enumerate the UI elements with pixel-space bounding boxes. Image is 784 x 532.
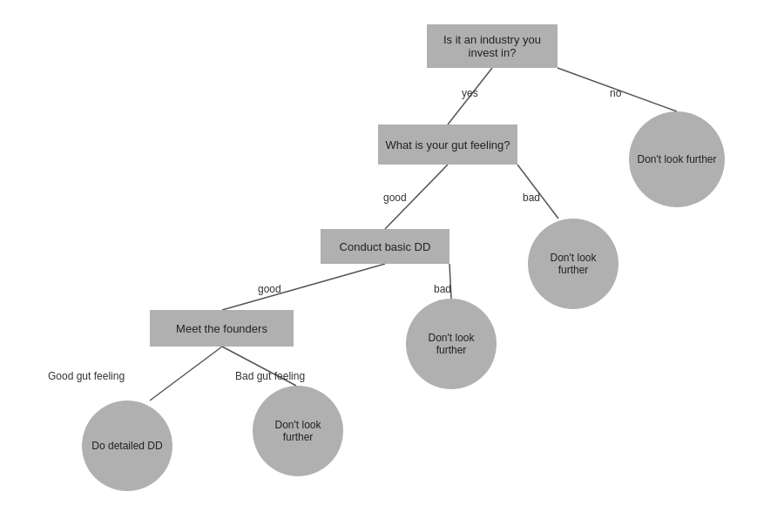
dont-look-further-node-4: Don't look further bbox=[253, 386, 343, 476]
good-gut-label: Good gut feeling bbox=[48, 370, 125, 382]
dont-look-further-node-3: Don't look further bbox=[406, 299, 497, 389]
conduct-dd-node: Conduct basic DD bbox=[321, 229, 449, 264]
bad2-label: bad bbox=[434, 283, 451, 295]
dont-look-further-node-2: Don't look further bbox=[528, 219, 618, 309]
good1-label: good bbox=[383, 192, 407, 204]
bad1-label: bad bbox=[523, 192, 540, 204]
yes-label: yes bbox=[462, 87, 478, 99]
no-label: no bbox=[610, 87, 621, 99]
dont-look-further-node-1: Don't look further bbox=[629, 111, 725, 207]
flowchart-diagram: Is it an industry you invest in? yes no … bbox=[0, 0, 784, 532]
svg-line-6 bbox=[150, 347, 222, 401]
meet-founders-node: Meet the founders bbox=[150, 310, 294, 347]
do-detailed-dd-node: Do detailed DD bbox=[82, 401, 172, 491]
gut-feeling-node: What is your gut feeling? bbox=[378, 125, 517, 165]
industry-question-node: Is it an industry you invest in? bbox=[427, 24, 558, 68]
svg-line-4 bbox=[222, 264, 385, 310]
good2-label: good bbox=[258, 283, 281, 295]
bad-gut-label: Bad gut feeling bbox=[235, 370, 305, 382]
